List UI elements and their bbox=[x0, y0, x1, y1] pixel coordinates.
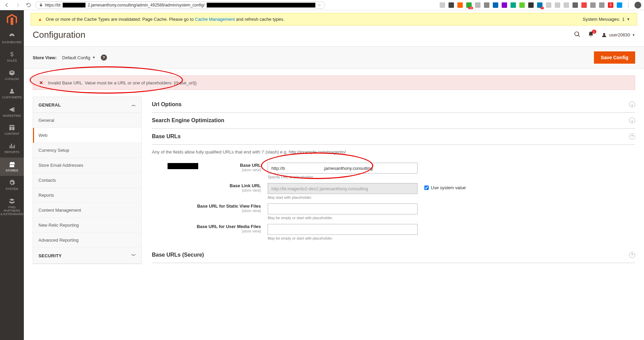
nav-dashboard[interactable]: DASHBOARD bbox=[0, 29, 24, 48]
collapse-icon: ⌃ bbox=[629, 252, 635, 258]
label-base-static: Base URL for Static View Files bbox=[152, 204, 261, 209]
ext-icon[interactable] bbox=[528, 2, 534, 8]
ext-icon[interactable] bbox=[511, 2, 516, 8]
cache-management-link[interactable]: Cache Management bbox=[195, 17, 235, 22]
sidebar-item-general[interactable]: General bbox=[33, 113, 141, 128]
extension-icons: 19 7 S ⋮ bbox=[440, 2, 641, 9]
notif-badge: 1 bbox=[592, 30, 596, 34]
notifications-icon[interactable]: 1 bbox=[587, 31, 594, 39]
hint-base-link-url: May start with placeholder. bbox=[268, 195, 418, 199]
expand-icon: ⌄ bbox=[629, 101, 635, 108]
url-text-mid: 2.jamesanthony.consulting/admin_492586/a… bbox=[88, 3, 204, 7]
sidebar-item-store-email[interactable]: Store Email Addresses bbox=[33, 158, 141, 173]
ext-icon[interactable] bbox=[493, 2, 498, 8]
chevron-down-icon: ▼ bbox=[632, 33, 635, 37]
magento-logo[interactable] bbox=[6, 14, 18, 26]
sidebar-group-general[interactable]: GENERAL ︿ bbox=[33, 97, 141, 113]
ext-icon[interactable] bbox=[457, 2, 463, 8]
nav-reports[interactable]: REPORTS bbox=[0, 139, 24, 158]
error-message: ✕ Invalid Base URL. Value must be a URL … bbox=[33, 76, 635, 90]
checkbox-use-system[interactable]: Use system value bbox=[424, 183, 466, 190]
ext-icon[interactable] bbox=[572, 2, 578, 8]
chevron-down-icon: ﹀ bbox=[131, 253, 136, 259]
sidebar-item-reports[interactable]: Reports bbox=[33, 188, 141, 203]
sidebar-group-security[interactable]: SECURITY ﹀ bbox=[33, 248, 141, 264]
ext-icon[interactable] bbox=[617, 2, 622, 8]
chevron-down-icon[interactable]: ▼ bbox=[627, 17, 630, 21]
ext-icon[interactable]: 7 bbox=[537, 2, 543, 8]
field-base-media: Base URL for User Media Files [store vie… bbox=[152, 222, 635, 242]
scope-label: [store view] bbox=[152, 188, 261, 192]
sidebar-item-adv-reporting[interactable]: Advanced Reporting bbox=[33, 233, 141, 248]
nav-system[interactable]: SYSTEM bbox=[0, 176, 24, 194]
ext-icon[interactable] bbox=[555, 2, 560, 8]
error-text: Invalid Base URL. Value must be a URL or… bbox=[48, 80, 197, 85]
toolbar: Store View: Default Config ▼ ? Save Conf… bbox=[24, 46, 644, 69]
ext-icon[interactable] bbox=[564, 2, 569, 8]
ext-icon[interactable] bbox=[484, 2, 489, 8]
sidebar-item-content-mgmt[interactable]: Content Management bbox=[33, 203, 141, 218]
ext-icon[interactable] bbox=[475, 2, 481, 8]
store-view-select[interactable]: Default Config ▼ bbox=[62, 55, 95, 60]
field-base-static: Base URL for Static View Files [store vi… bbox=[152, 201, 635, 222]
ext-icon[interactable] bbox=[581, 2, 587, 8]
back-icon[interactable] bbox=[3, 1, 11, 9]
ext-icon[interactable] bbox=[449, 2, 454, 8]
config-sidebar: GENERAL ︿ General Web Currency Setup Sto… bbox=[33, 97, 142, 264]
sidebar-item-newrelic[interactable]: New Relic Reporting bbox=[33, 218, 141, 233]
error-icon: ✕ bbox=[39, 80, 43, 85]
collapse-icon: ⌃ bbox=[629, 133, 635, 140]
reload-icon[interactable] bbox=[25, 1, 33, 9]
nav-sales[interactable]: $SALES bbox=[0, 48, 24, 66]
ext-icon[interactable] bbox=[519, 2, 525, 8]
store-view-label: Store View: bbox=[33, 55, 57, 60]
nav-customers[interactable]: CUSTOMERS bbox=[0, 84, 24, 103]
url-redacted-2 bbox=[207, 3, 315, 7]
ext-icon[interactable] bbox=[599, 2, 604, 8]
section-base-urls[interactable]: Base URLs ⌃ bbox=[152, 129, 635, 145]
svg-text:$: $ bbox=[10, 51, 13, 58]
help-icon[interactable]: ? bbox=[101, 54, 107, 61]
section-base-urls-secure[interactable]: Base URLs (Secure) ⌃ bbox=[152, 247, 635, 263]
search-icon[interactable] bbox=[574, 31, 581, 39]
nav-stores[interactable]: STORES bbox=[0, 158, 24, 176]
star-icon[interactable]: ☆ bbox=[317, 3, 321, 7]
ext-icon[interactable]: 19 bbox=[466, 2, 472, 8]
ext-icon[interactable] bbox=[546, 2, 551, 8]
ext-icon[interactable] bbox=[590, 2, 596, 8]
input-base-static[interactable] bbox=[268, 204, 418, 214]
sidebar-item-web[interactable]: Web bbox=[33, 128, 141, 143]
ext-icon[interactable] bbox=[440, 2, 445, 8]
sidebar-item-contacts[interactable]: Contacts bbox=[33, 173, 141, 188]
section-url-options[interactable]: Url Options ⌄ bbox=[152, 97, 635, 113]
scope-label: [store view] bbox=[152, 229, 261, 233]
url-redacted-1 bbox=[63, 3, 86, 7]
forward-icon[interactable] bbox=[14, 1, 22, 9]
chevron-down-icon: ▼ bbox=[92, 56, 95, 59]
nav-marketing[interactable]: MARKETING bbox=[0, 103, 24, 121]
system-message: ▲ One or more of the Cache Types are inv… bbox=[31, 13, 637, 26]
input-base-url[interactable] bbox=[268, 163, 418, 174]
ext-icon[interactable] bbox=[502, 2, 507, 8]
checkbox-input[interactable] bbox=[424, 185, 429, 190]
profile-avatar[interactable] bbox=[634, 2, 641, 9]
sidebar-item-currency[interactable]: Currency Setup bbox=[33, 143, 141, 158]
nav-catalog[interactable]: CATALOG bbox=[0, 66, 24, 84]
hint-base-static: May be empty or start with placeholder. bbox=[268, 216, 418, 220]
address-bar[interactable]: https://bt 2.jamesanthony.consulting/adm… bbox=[35, 1, 325, 9]
nav-partners[interactable]: FIND PARTNERS & EXTENSIONS bbox=[0, 194, 24, 220]
page-title: Configuration bbox=[33, 30, 85, 40]
label-base-url: Base URL bbox=[152, 163, 261, 168]
section-seo[interactable]: Search Engine Optimization ⌄ bbox=[152, 113, 635, 129]
label-base-media: Base URL for User Media Files bbox=[152, 224, 261, 229]
hint-base-media: May be empty or start with placeholder. bbox=[268, 236, 418, 240]
ext-overflow[interactable]: ⋮ bbox=[626, 2, 631, 8]
input-base-media[interactable] bbox=[268, 224, 418, 235]
user-menu[interactable]: user20830 ▼ bbox=[601, 32, 635, 38]
url-text: https://bt bbox=[45, 3, 61, 7]
warning-icon: ▲ bbox=[38, 17, 42, 22]
label-base-link-url: Base Link URL bbox=[152, 183, 261, 188]
ext-icon[interactable]: S bbox=[608, 2, 613, 8]
nav-content[interactable]: CONTENT bbox=[0, 121, 24, 139]
save-config-button[interactable]: Save Config bbox=[594, 51, 635, 64]
